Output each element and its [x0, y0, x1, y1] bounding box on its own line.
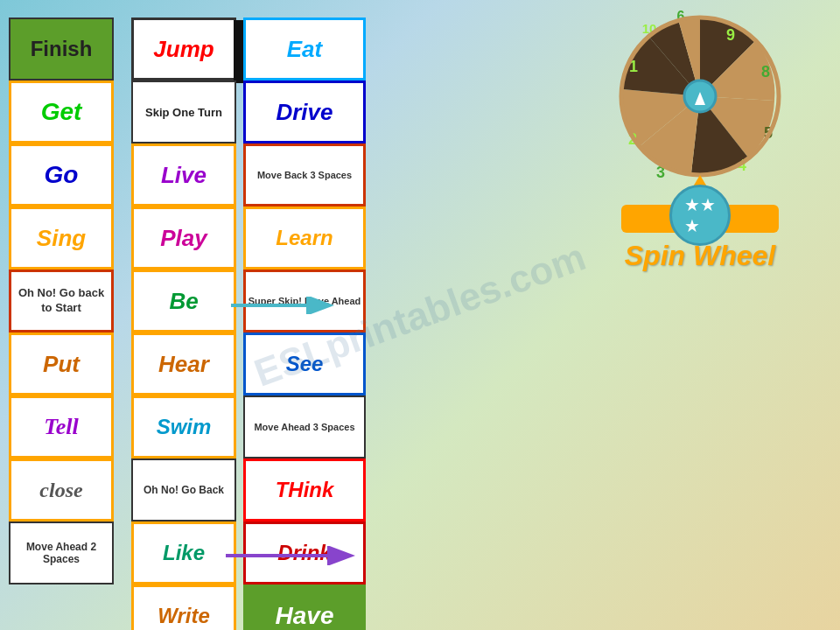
cell-play: Play — [131, 206, 236, 270]
ohno2-label: Oh No! Go Back — [144, 484, 224, 496]
teal-arrow-connector — [231, 297, 336, 314]
live-label: Live — [161, 162, 206, 189]
swim-label: Swim — [157, 415, 212, 439]
purple-arrow-connector — [226, 546, 357, 565]
cell-have: Have — [243, 584, 366, 630]
tell-label: Tell — [44, 414, 78, 440]
moveback3-label: Move Back 3 Spaces — [257, 170, 352, 180]
moveahead2-label: Move Ahead 2 Spaces — [10, 541, 112, 565]
cell-put: Put — [9, 332, 114, 396]
cell-ohno2: Oh No! Go Back — [131, 458, 236, 522]
cell-be: Be — [131, 270, 236, 332]
cell-tell: Tell — [9, 396, 114, 458]
cell-write: Write — [131, 584, 236, 630]
cell-get: Get — [9, 80, 114, 144]
game-board: Finish Get Go Sing Oh No! Go back to Sta… — [9, 18, 366, 630]
left-column: Finish Get Go Sing Oh No! Go back to Sta… — [9, 18, 114, 630]
cell-moveahead2: Move Ahead 2 Spaces — [9, 522, 114, 584]
be-label: Be — [169, 288, 198, 315]
moveahead3-label: Move Ahead 3 Spaces — [254, 422, 354, 432]
cell-think: THink — [243, 458, 366, 522]
have-label: Have — [276, 602, 334, 630]
segment-8-label: 8 — [761, 63, 770, 80]
get-label: Get — [41, 98, 82, 126]
write-label: Write — [158, 604, 210, 628]
cell-sing: Sing — [9, 206, 114, 270]
jump-label: Jump — [153, 36, 214, 63]
learn-label: Learn — [276, 226, 332, 250]
like-label: Like — [163, 541, 205, 565]
finish-label: Finish — [31, 37, 93, 61]
cell-learn: Learn — [243, 206, 366, 270]
spin-wheel-area: 9 8 5 4 3 2 1 10 6 — [586, 9, 814, 272]
cell-finish: Finish — [9, 18, 114, 80]
cell-live: Live — [131, 144, 236, 206]
cell-jump: Jump — [131, 18, 236, 80]
ohno-label: Oh No! Go back to Start — [11, 286, 111, 316]
go-label: Go — [45, 161, 79, 189]
mid-column: Jump Skip One Turn Live Play Be Hear Swi… — [131, 18, 236, 630]
see-label: See — [286, 352, 324, 376]
cell-eat: Eat — [243, 18, 366, 80]
put-label: Put — [43, 351, 80, 378]
sing-label: Sing — [37, 225, 86, 252]
cell-hear: Hear — [131, 332, 236, 396]
play-label: Play — [160, 225, 207, 252]
skip-label: Skip One Turn — [145, 106, 222, 119]
spin-mechanism: ★★★ — [621, 205, 779, 233]
cell-moveahead3: Move Ahead 3 Spaces — [243, 396, 366, 458]
cell-swim: Swim — [131, 396, 236, 458]
eat-label: Eat — [287, 36, 322, 63]
teal-arrow-svg — [231, 297, 336, 314]
cell-moveback3: Move Back 3 Spaces — [243, 144, 366, 206]
right-column: Eat Drive Move Back 3 Spaces Learn Super… — [243, 18, 366, 630]
purple-arrow-svg — [226, 546, 357, 565]
segment-9-label: 9 — [726, 26, 735, 44]
spin-wheel[interactable]: 9 8 5 4 3 2 1 10 6 — [612, 9, 788, 184]
cell-see: See — [243, 332, 366, 396]
cell-like: Like — [131, 522, 236, 584]
close-label: close — [39, 479, 82, 502]
drive-label: Drive — [276, 99, 332, 126]
cell-close: close — [9, 458, 114, 522]
teal-circle[interactable]: ★★★ — [669, 185, 731, 246]
hear-label: Hear — [158, 351, 209, 378]
stars-icon: ★★★ — [684, 194, 716, 236]
think-label: THink — [276, 478, 334, 502]
cell-go: Go — [9, 144, 114, 206]
cell-drive: Drive — [243, 80, 366, 144]
cell-ohno: Oh No! Go back to Start — [9, 270, 114, 332]
cell-skip: Skip One Turn — [131, 80, 236, 144]
